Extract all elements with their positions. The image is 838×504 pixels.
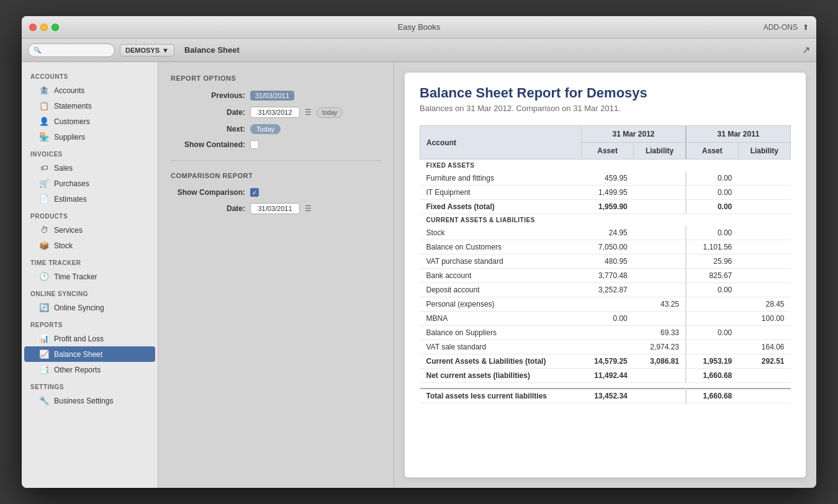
table-row: IT Equipment 1,499.95 0.00 [420, 186, 791, 200]
liab2-value: 164.06 [738, 340, 790, 354]
addons-label: ADD-ONS ⬆ [764, 23, 809, 32]
report-options-title: REPORT OPTIONS [171, 74, 381, 82]
grand-total-liab2 [738, 389, 790, 403]
toolbar: 🔍 DEMOSYS ▼ Balance Sheet ↗ [22, 38, 816, 62]
section-current-assets: CURRENT ASSETS & LIABILITIES [420, 214, 791, 227]
addons-text: ADD-ONS [764, 23, 798, 32]
sidebar-item-services[interactable]: ⏱ Services [24, 222, 155, 238]
account-name: Balance on Suppliers [420, 326, 582, 340]
col-asset2: Asset [686, 143, 738, 160]
content-area: REPORT OPTIONS Previous: 31/03/2011 Date… [158, 62, 816, 488]
services-icon: ⏱ [39, 225, 49, 235]
chevron-down-icon: ▼ [162, 47, 169, 54]
businesssettings-icon: 🔧 [39, 396, 49, 405]
sidebar-item-sales[interactable]: 🏷 Sales [24, 160, 155, 176]
net-label: Net current assets (liabilities) [420, 369, 582, 383]
date-row: Date: 31/03/2012 ☰ today [171, 107, 381, 118]
asset2-value [686, 297, 738, 312]
account-name: Stock [420, 226, 582, 240]
show-comparison-row: Show Comparison: ✓ [171, 188, 381, 197]
close-button[interactable] [29, 24, 37, 31]
sidebar-item-balancesheet[interactable]: 📈 Balance Sheet [24, 346, 155, 362]
sales-icon: 🏷 [39, 163, 49, 173]
company-button[interactable]: DEMOSYS ▼ [120, 44, 174, 56]
stock-icon: 📦 [39, 241, 49, 250]
comparison-date-label: Date: [171, 204, 245, 213]
report-card: Balance Sheet Report for Demosys Balance… [404, 72, 806, 478]
show-contained-checkbox[interactable] [250, 140, 259, 149]
sidebar-item-otherreports[interactable]: 📑 Other Reports [24, 362, 155, 377]
sidebar-item-onlinesyncing[interactable]: 🔄 Online Syncing [24, 300, 155, 315]
sidebar-item-accounts[interactable]: 🏦 Accounts [24, 83, 155, 98]
sidebar-item-estimates[interactable]: 📄 Estimates [24, 191, 155, 207]
sidebar-item-timetracker-label: Time Tracker [54, 272, 97, 281]
liab1-value: 2,974.23 [634, 340, 686, 354]
traffic-lights [29, 24, 59, 31]
search-input[interactable]: 🔍 [28, 43, 115, 57]
next-row: Next: Today [171, 124, 381, 134]
account-name: Bank account [420, 269, 582, 283]
sidebar-item-profitloss[interactable]: 📊 Profit and Loss [24, 331, 155, 346]
show-comparison-label: Show Comparison: [171, 188, 245, 197]
share-button[interactable]: ↗ [802, 44, 810, 56]
asset1-value: 0.00 [582, 312, 634, 326]
sidebar-item-sales-label: Sales [54, 164, 73, 173]
account-name: Personal (expenses) [420, 297, 582, 312]
total-label: Fixed Assets (total) [420, 200, 582, 214]
grand-total-asset1: 13,452.34 [582, 389, 634, 403]
comparison-calendar-icon[interactable]: ☰ [305, 204, 312, 213]
asset2-value: 0.00 [686, 171, 738, 186]
asset2-value: 0.00 [686, 226, 738, 240]
report-subtitle: Balances on 31 Mar 2012. Comparison on 3… [420, 104, 791, 113]
maximize-button[interactable] [52, 24, 59, 31]
spacer-row [420, 383, 791, 389]
previous-date-badge[interactable]: 31/03/2011 [250, 91, 294, 101]
suppliers-icon: 🏪 [39, 132, 49, 142]
sidebar-section-settings: SETTINGS [22, 377, 158, 393]
net-liab1 [634, 369, 686, 383]
total-asset1: 1,959.90 [582, 200, 634, 214]
liab1-value [634, 312, 686, 326]
sidebar-item-services-label: Services [54, 226, 83, 235]
date-input[interactable]: 31/03/2012 [250, 107, 300, 118]
table-row: Furniture and fittings 459.95 0.00 [420, 171, 791, 186]
today-button[interactable]: today [317, 107, 343, 118]
col-date2-header: 31 Mar 2011 [686, 126, 791, 143]
total-asset2: 1,953.19 [686, 354, 738, 369]
sidebar-item-customers[interactable]: 👤 Customers [24, 114, 155, 129]
sidebar-item-suppliers[interactable]: 🏪 Suppliers [24, 129, 155, 145]
sidebar-item-stock[interactable]: 📦 Stock [24, 238, 155, 253]
comparison-date-input[interactable]: 31/03/2011 [250, 203, 300, 214]
show-comparison-checkbox[interactable]: ✓ [250, 188, 259, 197]
asset2-value: 0.00 [686, 326, 738, 340]
previous-label: Previous: [171, 91, 245, 100]
report-title: Balance Sheet Report for Demosys [420, 85, 791, 101]
sidebar-item-businesssettings[interactable]: 🔧 Business Settings [24, 393, 155, 408]
addons-icon: ⬆ [803, 23, 809, 32]
sidebar-section-accounts: ACCOUNTS [22, 67, 158, 83]
table-row: VAT purchase standard 480.95 25.96 [420, 254, 791, 269]
sidebar-item-purchases[interactable]: 🛒 Purchases [24, 176, 155, 191]
otherreports-icon: 📑 [39, 365, 49, 374]
statements-icon: 📋 [39, 101, 49, 110]
profitloss-icon: 📊 [39, 334, 49, 343]
liab1-value: 69.33 [634, 326, 686, 340]
account-name: IT Equipment [420, 186, 582, 200]
sidebar-item-profitloss-label: Profit and Loss [54, 335, 104, 343]
grand-total-asset2: 1,660.68 [686, 389, 738, 403]
purchases-icon: 🛒 [39, 179, 49, 188]
total-asset2: 0.00 [686, 200, 738, 214]
account-name: Balance on Customers [420, 240, 582, 254]
date-label: Date: [171, 108, 245, 117]
col-asset1: Asset [582, 143, 634, 160]
grand-total-label: Total assets less current liabilities [420, 389, 582, 403]
col-date1-header: 31 Mar 2012 [582, 126, 687, 143]
next-badge[interactable]: Today [250, 124, 281, 134]
sidebar-item-timetracker[interactable]: 🕐 Time Tracker [24, 269, 155, 284]
calendar-icon[interactable]: ☰ [305, 108, 312, 117]
minimize-button[interactable] [40, 24, 48, 31]
sidebar-item-statements[interactable]: 📋 Statements [24, 98, 155, 114]
options-panel: REPORT OPTIONS Previous: 31/03/2011 Date… [158, 62, 394, 488]
fixed-assets-header: FIXED ASSETS [420, 160, 791, 172]
liab1-value: 43.25 [634, 297, 686, 312]
